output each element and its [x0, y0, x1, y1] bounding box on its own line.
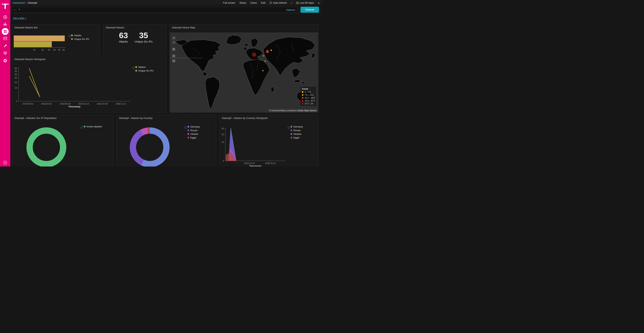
legend-item[interactable]: Egypt: [290, 136, 303, 139]
sidebar-item-management[interactable]: [2, 57, 8, 64]
panel-attacks-by-country-histogram: Glastopf - Attacks by Country Histogram …: [219, 115, 318, 167]
legend-dot: [290, 137, 292, 139]
gear-icon: [3, 58, 8, 63]
rectangle-select-button[interactable]: [172, 59, 176, 63]
legend-dot: [135, 66, 137, 68]
svg-text:2018-11-11: 2018-11-11: [116, 103, 126, 105]
edit-button[interactable]: Edit: [261, 1, 265, 4]
bar-chart-icon: [3, 22, 8, 26]
svg-text:50: 50: [15, 70, 17, 72]
add-filter-link[interactable]: Add a filter +: [13, 17, 26, 20]
legend-dot: [188, 130, 189, 131]
svg-text:2018-10-01: 2018-10-01: [244, 162, 255, 164]
legend-expand-icon[interactable]: ›: [80, 126, 83, 129]
legend-item[interactable]: known attacker: [84, 125, 102, 128]
legend: Germany Russia Ukraine Egypt: [188, 125, 200, 139]
sidebar-collapse-button[interactable]: [3, 160, 8, 165]
rectangle-icon: [172, 60, 175, 62]
world-map[interactable]: + − Count 1 – 7.6 7.6 – 14.2 14.2 – 20.8…: [170, 33, 318, 112]
attack-location-point[interactable]: [266, 50, 269, 53]
legend-item[interactable]: Ukraine: [290, 132, 303, 136]
sidebar-item-monitoring[interactable]: [2, 50, 8, 57]
auto-refresh-button[interactable]: Auto-refresh: [270, 1, 287, 4]
sidebar-item-discover[interactable]: [2, 14, 8, 21]
legend-item[interactable]: Ukraine: [188, 132, 200, 136]
attack-location-point[interactable]: [263, 55, 264, 57]
attack-location-point[interactable]: [252, 53, 256, 57]
legend-dot: [302, 97, 304, 99]
legend-dot: [188, 126, 189, 128]
kibana-dashboard-page: Dashboard / Glastopf Full screen Share C…: [0, 0, 322, 167]
polygon-icon: [172, 55, 175, 57]
sidebar-item-visualize[interactable]: [2, 21, 8, 28]
legend-item[interactable]: Russia: [290, 129, 303, 132]
search-query-input[interactable]: [18, 8, 286, 11]
query-input-box[interactable]: >_ Options: [12, 7, 297, 13]
panel-title: Glastopf Attack Map: [170, 24, 318, 29]
map-legend-title: Count: [302, 88, 315, 90]
legend-dot: [188, 137, 189, 139]
crop-tool-button[interactable]: [172, 47, 176, 51]
legend-dot: [84, 126, 86, 127]
legend-item[interactable]: Unique Src IPs: [135, 69, 154, 73]
sidebar-item-dev-tools[interactable]: [2, 43, 8, 50]
legend-expand-icon[interactable]: ›: [68, 35, 71, 38]
svg-text:30: 30: [222, 127, 224, 130]
timelion-chart-icon: [3, 36, 8, 41]
panel-title: Glastopf - Attacks by Country: [117, 115, 216, 120]
full-screen-button[interactable]: Full screen: [223, 1, 235, 4]
sidebar-item-timelion[interactable]: [2, 35, 8, 42]
svg-text:2018-09-02: 2018-09-02: [22, 103, 33, 105]
svg-text:20: 20: [222, 133, 224, 136]
breadcrumb-current: Glastopf: [28, 1, 37, 4]
breadcrumb: Dashboard / Glastopf: [13, 1, 37, 4]
svg-text:30: 30: [48, 49, 50, 51]
share-button[interactable]: Share: [240, 1, 246, 4]
legend-dot: [290, 133, 292, 135]
svg-text:Timestamp: Timestamp: [68, 105, 80, 108]
topbar-actions: Full screen Share Clone Edit Auto-refres…: [223, 1, 319, 5]
legend-item[interactable]: Attacks: [135, 65, 154, 69]
collapse-arrow-icon: [3, 160, 8, 165]
breadcrumb-dashboard-link[interactable]: Dashboard: [13, 1, 25, 4]
svg-text:40: 40: [53, 49, 56, 51]
zoom-out-button[interactable]: −: [172, 40, 176, 44]
sidebar-item-dashboard[interactable]: [2, 28, 8, 35]
time-forward-button[interactable]: ›: [318, 1, 319, 5]
app-sidebar: [0, 0, 10, 167]
zoom-in-button[interactable]: +: [172, 36, 176, 40]
compass-icon: [3, 15, 8, 19]
attack-location-point[interactable]: [264, 61, 266, 62]
time-back-button[interactable]: ‹: [291, 1, 292, 5]
legend-expand-icon[interactable]: ›: [288, 126, 290, 129]
legend-item[interactable]: Unique Src IPs: [71, 37, 89, 41]
legend-item[interactable]: Germany: [290, 125, 303, 129]
clock-icon: [296, 2, 299, 4]
time-range-picker[interactable]: Last 90 days: [296, 1, 314, 4]
query-prompt-icon: >_: [14, 9, 17, 11]
legend-item[interactable]: Russia: [188, 129, 200, 132]
legend-expand-icon[interactable]: ›: [132, 67, 135, 69]
svg-text:0: 0: [16, 100, 17, 102]
heartbeat-icon: [3, 51, 8, 56]
attack-location-point[interactable]: [270, 50, 272, 51]
legend: Attacks Unique Src IPs: [135, 65, 154, 73]
svg-text:2018-09-16: 2018-09-16: [41, 103, 52, 105]
legend: Germany Russia Ukraine Egypt: [290, 125, 303, 139]
query-options-link[interactable]: Options: [286, 9, 295, 11]
panel-glastopf-attacks-metric: Glastopf Attacks 63 Attacks 35 Unique Sr…: [103, 24, 166, 55]
attack-location-point[interactable]: [262, 70, 264, 71]
breadcrumb-separator: /: [26, 1, 27, 4]
legend-item[interactable]: Germany: [188, 125, 200, 129]
telekom-t-logo[interactable]: [2, 2, 8, 9]
refresh-button[interactable]: Refresh: [300, 7, 319, 13]
map-legend-row: 27.4 – 34: [302, 102, 315, 105]
panel-title: Glastopf Attacks: [103, 24, 166, 29]
map-count-legend: Count 1 – 7.6 7.6 – 14.2 14.2 – 20.8 20.…: [300, 87, 316, 106]
legend-item[interactable]: Attacks: [71, 34, 89, 37]
panel-title: Glastopf - Attacks by Country Histogram: [220, 115, 318, 120]
legend-expand-icon[interactable]: ›: [184, 126, 187, 129]
polygon-select-button[interactable]: [172, 54, 176, 58]
legend-item[interactable]: Egypt: [188, 136, 200, 139]
clone-button[interactable]: Clone: [250, 1, 257, 4]
